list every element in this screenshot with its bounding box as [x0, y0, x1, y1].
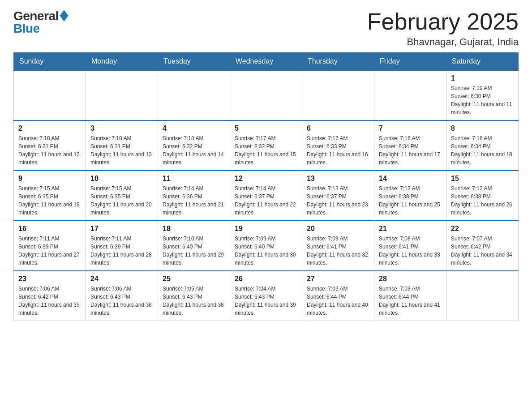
page-header: General Blue February 2025 Bhavnagar, Gu…	[13, 9, 519, 48]
calendar-cell: 18Sunrise: 7:10 AMSunset: 6:40 PMDayligh…	[158, 221, 230, 271]
calendar-cell: 22Sunrise: 7:07 AMSunset: 6:42 PMDayligh…	[446, 221, 519, 271]
month-title: February 2025	[367, 9, 519, 34]
day-number: 4	[163, 124, 225, 133]
day-info: Sunrise: 7:17 AMSunset: 6:33 PMDaylight:…	[307, 134, 369, 167]
calendar-cell: 26Sunrise: 7:04 AMSunset: 6:43 PMDayligh…	[230, 271, 302, 321]
day-number: 12	[235, 175, 297, 183]
calendar-cell: 9Sunrise: 7:15 AMSunset: 6:35 PMDaylight…	[14, 171, 86, 221]
calendar-cell: 12Sunrise: 7:14 AMSunset: 6:37 PMDayligh…	[230, 171, 302, 221]
day-number: 21	[379, 225, 442, 233]
calendar-cell: 14Sunrise: 7:13 AMSunset: 6:38 PMDayligh…	[374, 171, 446, 221]
calendar-cell: 10Sunrise: 7:15 AMSunset: 6:35 PMDayligh…	[86, 171, 158, 221]
day-number: 2	[18, 124, 81, 133]
day-number: 1	[451, 74, 514, 82]
location-title: Bhavnagar, Gujarat, India	[367, 36, 519, 48]
calendar-cell: 5Sunrise: 7:17 AMSunset: 6:32 PMDaylight…	[230, 120, 302, 171]
calendar-cell: 19Sunrise: 7:09 AMSunset: 6:40 PMDayligh…	[230, 221, 302, 271]
day-number: 5	[235, 124, 297, 133]
day-number: 3	[90, 124, 153, 133]
calendar-cell	[446, 271, 519, 321]
weekday-header-thursday: Thursday	[302, 53, 374, 71]
day-number: 18	[163, 225, 225, 233]
calendar-cell: 27Sunrise: 7:03 AMSunset: 6:44 PMDayligh…	[302, 271, 374, 321]
day-info: Sunrise: 7:17 AMSunset: 6:32 PMDaylight:…	[235, 134, 297, 167]
day-info: Sunrise: 7:12 AMSunset: 6:38 PMDaylight:…	[451, 184, 514, 217]
calendar-cell: 7Sunrise: 7:16 AMSunset: 6:34 PMDaylight…	[374, 120, 446, 171]
day-number: 7	[379, 124, 442, 133]
day-number: 25	[163, 275, 225, 283]
calendar-cell	[374, 70, 446, 120]
day-info: Sunrise: 7:14 AMSunset: 6:36 PMDaylight:…	[163, 184, 225, 217]
calendar-cell: 23Sunrise: 7:06 AMSunset: 6:42 PMDayligh…	[14, 271, 86, 321]
day-number: 10	[90, 175, 153, 183]
calendar-cell: 17Sunrise: 7:11 AMSunset: 6:39 PMDayligh…	[86, 221, 158, 271]
weekday-header-friday: Friday	[374, 53, 446, 71]
day-info: Sunrise: 7:03 AMSunset: 6:44 PMDaylight:…	[379, 285, 442, 317]
day-info: Sunrise: 7:13 AMSunset: 6:37 PMDaylight:…	[307, 184, 369, 217]
day-number: 6	[307, 124, 369, 133]
calendar-cell	[230, 70, 302, 120]
calendar-cell: 1Sunrise: 7:19 AMSunset: 6:30 PMDaylight…	[446, 70, 519, 120]
day-info: Sunrise: 7:09 AMSunset: 6:40 PMDaylight:…	[235, 235, 297, 267]
day-info: Sunrise: 7:15 AMSunset: 6:35 PMDaylight:…	[18, 184, 81, 217]
day-number: 19	[235, 225, 297, 233]
calendar-cell: 21Sunrise: 7:08 AMSunset: 6:41 PMDayligh…	[374, 221, 446, 271]
calendar-cell: 2Sunrise: 7:18 AMSunset: 6:31 PMDaylight…	[14, 120, 86, 171]
week-row-4: 16Sunrise: 7:11 AMSunset: 6:39 PMDayligh…	[14, 221, 519, 271]
calendar-cell: 8Sunrise: 7:16 AMSunset: 6:34 PMDaylight…	[446, 120, 519, 171]
day-info: Sunrise: 7:16 AMSunset: 6:34 PMDaylight:…	[379, 134, 442, 167]
week-row-5: 23Sunrise: 7:06 AMSunset: 6:42 PMDayligh…	[14, 271, 519, 321]
day-info: Sunrise: 7:07 AMSunset: 6:42 PMDaylight:…	[451, 235, 514, 267]
logo-triangle-down	[60, 15, 69, 21]
weekday-header-row: SundayMondayTuesdayWednesdayThursdayFrid…	[14, 53, 519, 71]
day-info: Sunrise: 7:08 AMSunset: 6:41 PMDaylight:…	[379, 235, 442, 267]
day-number: 22	[451, 225, 514, 233]
day-number: 13	[307, 175, 369, 183]
day-info: Sunrise: 7:18 AMSunset: 6:31 PMDaylight:…	[18, 134, 81, 167]
day-number: 28	[379, 275, 442, 283]
day-number: 9	[18, 175, 81, 183]
calendar-cell: 4Sunrise: 7:18 AMSunset: 6:32 PMDaylight…	[158, 120, 230, 171]
calendar-cell: 11Sunrise: 7:14 AMSunset: 6:36 PMDayligh…	[158, 171, 230, 221]
day-number: 20	[307, 225, 369, 233]
day-info: Sunrise: 7:10 AMSunset: 6:40 PMDaylight:…	[163, 235, 225, 267]
calendar-cell: 16Sunrise: 7:11 AMSunset: 6:39 PMDayligh…	[14, 221, 86, 271]
day-info: Sunrise: 7:19 AMSunset: 6:30 PMDaylight:…	[451, 84, 514, 116]
day-number: 26	[235, 275, 297, 283]
day-info: Sunrise: 7:04 AMSunset: 6:43 PMDaylight:…	[235, 285, 297, 317]
week-row-3: 9Sunrise: 7:15 AMSunset: 6:35 PMDaylight…	[14, 171, 519, 221]
calendar-cell: 6Sunrise: 7:17 AMSunset: 6:33 PMDaylight…	[302, 120, 374, 171]
calendar-cell: 20Sunrise: 7:09 AMSunset: 6:41 PMDayligh…	[302, 221, 374, 271]
day-info: Sunrise: 7:11 AMSunset: 6:39 PMDaylight:…	[90, 235, 153, 267]
logo: General Blue	[13, 9, 69, 36]
day-number: 15	[451, 175, 514, 183]
day-info: Sunrise: 7:18 AMSunset: 6:32 PMDaylight:…	[163, 134, 225, 167]
calendar-cell: 28Sunrise: 7:03 AMSunset: 6:44 PMDayligh…	[374, 271, 446, 321]
day-number: 14	[379, 175, 442, 183]
calendar-table: SundayMondayTuesdayWednesdayThursdayFrid…	[13, 52, 519, 321]
day-info: Sunrise: 7:11 AMSunset: 6:39 PMDaylight:…	[18, 235, 81, 267]
day-info: Sunrise: 7:06 AMSunset: 6:42 PMDaylight:…	[18, 285, 81, 317]
weekday-header-wednesday: Wednesday	[230, 53, 302, 71]
day-info: Sunrise: 7:09 AMSunset: 6:41 PMDaylight:…	[307, 235, 369, 267]
day-info: Sunrise: 7:18 AMSunset: 6:31 PMDaylight:…	[90, 134, 153, 167]
calendar-cell	[86, 70, 158, 120]
calendar-cell: 13Sunrise: 7:13 AMSunset: 6:37 PMDayligh…	[302, 171, 374, 221]
weekday-header-tuesday: Tuesday	[158, 53, 230, 71]
day-number: 17	[90, 225, 153, 233]
calendar-cell	[158, 70, 230, 120]
logo-blue-text: Blue	[13, 21, 69, 36]
day-number: 23	[18, 275, 81, 283]
weekday-header-monday: Monday	[86, 53, 158, 71]
week-row-2: 2Sunrise: 7:18 AMSunset: 6:31 PMDaylight…	[14, 120, 519, 171]
day-info: Sunrise: 7:03 AMSunset: 6:44 PMDaylight:…	[307, 285, 369, 317]
day-number: 11	[163, 175, 225, 183]
calendar-cell: 3Sunrise: 7:18 AMSunset: 6:31 PMDaylight…	[86, 120, 158, 171]
week-row-1: 1Sunrise: 7:19 AMSunset: 6:30 PMDaylight…	[14, 70, 519, 120]
calendar-cell: 24Sunrise: 7:06 AMSunset: 6:43 PMDayligh…	[86, 271, 158, 321]
weekday-header-saturday: Saturday	[446, 53, 519, 71]
calendar-cell: 25Sunrise: 7:05 AMSunset: 6:43 PMDayligh…	[158, 271, 230, 321]
day-info: Sunrise: 7:13 AMSunset: 6:38 PMDaylight:…	[379, 184, 442, 217]
day-number: 24	[90, 275, 153, 283]
day-info: Sunrise: 7:15 AMSunset: 6:35 PMDaylight:…	[90, 184, 153, 217]
